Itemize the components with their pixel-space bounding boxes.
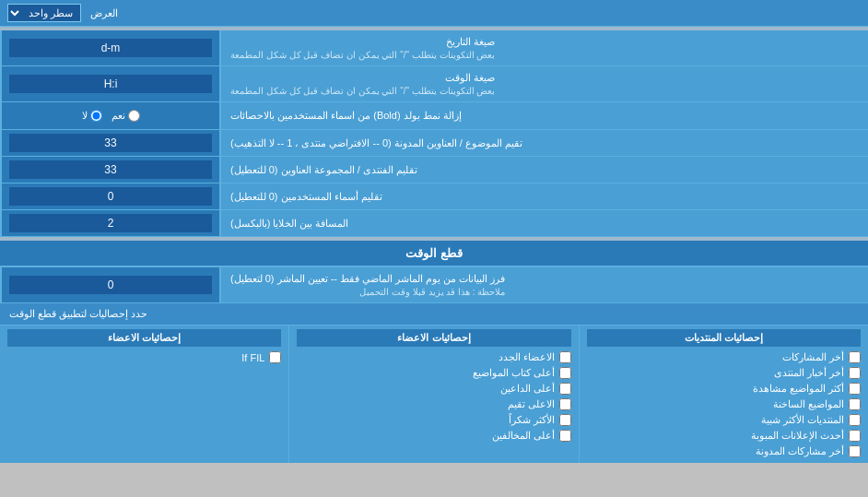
stats-apply-label: حدد إحصاليات لتطبيق قطع الوقت (9, 308, 147, 320)
forum-ordering-input-wrapper (0, 157, 221, 183)
user-ordering-label: تقليم أسماء المستخدمين (0 للتعطيل) (221, 183, 868, 209)
forum-ordering-label: تقليم الفنتدى / المجموعة العناوين (0 للت… (221, 157, 868, 183)
main-container: العرض سطر واحد سطرين ثلاثة أسطر صيغة الت… (0, 0, 868, 463)
cell-spacing-label: المسافة بين الخلايا (بالبكسل) (221, 210, 868, 236)
topic-ordering-input[interactable] (9, 134, 212, 152)
stats-columns: إحصائيات المنتديات أخر المشاركات أخر أخب… (0, 325, 868, 463)
time-format-input-wrapper (0, 66, 221, 101)
user-ordering-row: تقليم أسماء المستخدمين (0 للتعطيل) (0, 183, 868, 210)
stats-posts-cb-3[interactable] (849, 383, 861, 395)
stats-members-item-2: أعلى كتاب المواضيع (297, 365, 570, 381)
display-row: العرض سطر واحد سطرين ثلاثة أسطر (0, 0, 868, 27)
bold-radio-group: نعم لا (78, 106, 144, 125)
date-format-label: صيغة التاريخ بعض التكوينات يتطلب "/" الت… (221, 30, 868, 65)
cutoff-section-header: قطع الوقت (0, 241, 868, 267)
stats-members-item-5: الأكثر شكراً (297, 412, 570, 428)
topic-ordering-input-wrapper (0, 130, 221, 156)
topic-ordering-row: تقيم الموضوع / العناوين المدونة (0 -- ال… (0, 130, 868, 157)
cutoff-days-row: فرز البيانات من يوم الماشر الماضي فقط --… (0, 267, 868, 303)
stats-members-item-3: أعلى الداعين (297, 381, 570, 396)
topic-ordering-label: تقيم الموضوع / العناوين المدونة (0 -- ال… (221, 130, 868, 156)
stats-members-cb-2[interactable] (559, 367, 571, 379)
date-format-input[interactable] (9, 39, 212, 57)
time-format-label: صيغة الوقت بعض التكوينات يتطلب "/" التي … (221, 66, 868, 101)
user-ordering-input-wrapper (0, 183, 221, 209)
forum-ordering-row: تقليم الفنتدى / المجموعة العناوين (0 للت… (0, 157, 868, 183)
stats-posts-cb-7[interactable] (849, 445, 861, 457)
stats-posts-cb-2[interactable] (849, 367, 861, 379)
cell-spacing-input[interactable] (9, 214, 212, 232)
stats-posts-item-7: أخر مشاركات المدونة (587, 444, 861, 459)
stats-extra-title: إحصائيات الاعضاء (7, 329, 281, 347)
forum-ordering-input[interactable] (9, 160, 212, 179)
bold-no-radio[interactable] (90, 110, 102, 122)
stats-members-cb-1[interactable] (559, 351, 571, 363)
user-ordering-input[interactable] (9, 187, 212, 206)
stats-members-title: إحصائيات الاعضاء (297, 329, 570, 347)
stats-posts-cb-5[interactable] (849, 414, 861, 426)
cutoff-days-label: فرز البيانات من يوم الماشر الماضي فقط --… (221, 267, 868, 302)
stats-apply-row: حدد إحصاليات لتطبيق قطع الوقت (0, 303, 868, 325)
date-format-input-wrapper (0, 30, 221, 65)
stats-extra-col: إحصائيات الاعضاء If FIL (0, 325, 288, 463)
stats-members-cb-6[interactable] (559, 430, 571, 442)
stats-posts-cb-6[interactable] (849, 430, 861, 442)
display-mode-select[interactable]: سطر واحد سطرين ثلاثة أسطر (7, 4, 81, 22)
date-format-row: صيغة التاريخ بعض التكوينات يتطلب "/" الت… (0, 30, 868, 66)
stats-posts-item-2: أخر أخبار المنتدى (587, 365, 861, 381)
stats-posts-cb-1[interactable] (849, 351, 861, 363)
stats-posts-title: إحصائيات المنتديات (587, 329, 861, 347)
time-format-input[interactable] (9, 75, 212, 93)
stats-members-item-1: الاعضاء الجدد (297, 349, 570, 365)
stats-members-cb-3[interactable] (559, 383, 571, 395)
bold-no-label[interactable]: لا (82, 110, 102, 122)
time-format-row: صيغة الوقت بعض التكوينات يتطلب "/" التي … (0, 66, 868, 102)
stats-extra-cb-1[interactable] (269, 351, 281, 363)
bold-remove-label: إزالة نمط بولد (Bold) من اسماء المستخدمي… (221, 102, 868, 129)
bold-yes-label[interactable]: نعم (111, 110, 140, 122)
stats-members-item-4: الاعلى تقيم (297, 396, 570, 412)
cutoff-days-input-wrapper (0, 267, 221, 302)
stats-extra-item-1: If FIL (7, 349, 281, 365)
stats-posts-item-3: أكثر المواضيع مشاهدة (587, 381, 861, 396)
cell-spacing-row: المسافة بين الخلايا (بالبكسل) (0, 210, 868, 237)
stats-members-item-6: أعلى المخالفين (297, 428, 570, 444)
stats-posts-item-1: أخر المشاركات (587, 349, 861, 365)
stats-extra-label-1: If FIL (241, 352, 264, 363)
stats-posts-item-6: أحدث الإعلانات المبوبة (587, 428, 861, 444)
bold-remove-row: إزالة نمط بولد (Bold) من اسماء المستخدمي… (0, 102, 868, 130)
stats-members-col: إحصائيات الاعضاء الاعضاء الجدد أعلى كتاب… (288, 325, 578, 463)
stats-posts-item-5: المنتديات الأكثر شبية (587, 412, 861, 428)
display-mode-wrapper[interactable]: سطر واحد سطرين ثلاثة أسطر (7, 4, 81, 22)
cutoff-days-input[interactable] (9, 276, 212, 294)
stats-posts-item-4: المواضيع الساخنة (587, 396, 861, 412)
stats-members-cb-5[interactable] (559, 414, 571, 426)
stats-posts-col: إحصائيات المنتديات أخر المشاركات أخر أخب… (579, 325, 868, 463)
stats-posts-cb-4[interactable] (849, 398, 861, 410)
cell-spacing-input-wrapper (0, 210, 221, 236)
bold-yes-radio[interactable] (128, 110, 140, 122)
stats-members-cb-4[interactable] (559, 398, 571, 410)
bold-remove-options: نعم لا (0, 102, 221, 129)
display-label: العرض (90, 7, 118, 19)
